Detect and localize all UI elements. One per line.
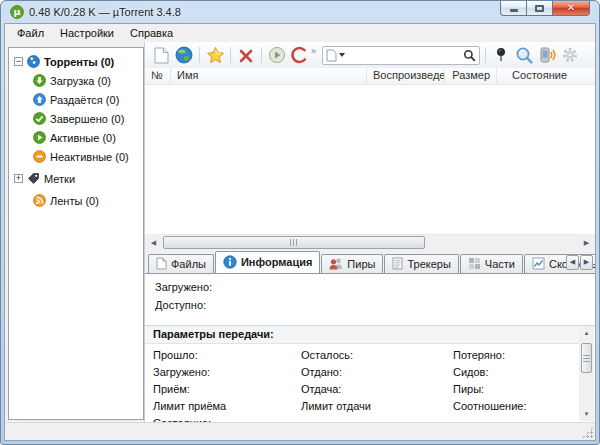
stop-button[interactable] — [290, 45, 310, 65]
sidebar-item-completed[interactable]: Завершено (0) — [11, 109, 141, 128]
tab-scroll-left-button[interactable]: ◀ — [566, 255, 579, 270]
sidebar-item-seeding[interactable]: Раздаётся (0) — [11, 90, 141, 109]
add-torrent-button[interactable] — [151, 45, 171, 65]
seeding-icon — [33, 93, 46, 106]
down-speed-label: Приём: — [153, 383, 301, 400]
remote-device-button[interactable] — [537, 45, 557, 65]
toolbar-separator — [485, 47, 486, 63]
toolbar-separator — [261, 47, 262, 63]
sidebar-item-feeds[interactable]: Ленты (0) — [11, 191, 141, 210]
transfer-section-title: Параметры передачи: — [145, 326, 579, 344]
search-scope-icon[interactable] — [326, 49, 337, 62]
tab-label: Части — [485, 258, 515, 270]
column-played[interactable]: Воспроизведе... — [367, 68, 445, 84]
toolbar: » — [145, 42, 595, 68]
menu-file[interactable]: Файл — [9, 25, 52, 41]
search-input[interactable] — [345, 48, 463, 63]
tab-label: Информация — [241, 256, 312, 268]
tab-peers[interactable]: Пиры — [321, 254, 383, 273]
sidebar-item-active[interactable]: Активные (0) — [11, 128, 141, 147]
scroll-right-icon: ▶ — [584, 239, 589, 247]
tab-info[interactable]: Информация — [215, 251, 320, 273]
close-icon: ✕ — [567, 3, 575, 13]
torrent-list[interactable] — [145, 85, 595, 234]
add-url-button[interactable] — [174, 45, 194, 65]
sidebar: − Торренты (0) Загрузка (0 — [5, 42, 144, 422]
wasted-label: Потеряно: — [453, 349, 579, 366]
menu-settings[interactable]: Настройки — [52, 25, 122, 41]
category-tree: − Торренты (0) Загрузка (0 — [8, 47, 144, 420]
scroll-up-icon: ▲ — [584, 330, 590, 336]
scroll-up-button[interactable]: ▲ — [579, 326, 594, 341]
remove-button[interactable] — [236, 45, 256, 65]
tab-scroll-right-button[interactable]: ▶ — [580, 255, 593, 270]
pushpin-button[interactable] — [491, 45, 511, 65]
downloaded-label: Загружено: — [155, 281, 585, 299]
pushpin-icon — [495, 47, 507, 63]
tab-scroll-buttons: ◀ ▶ — [566, 255, 593, 270]
sidebar-item-downloading[interactable]: Загрузка (0) — [11, 71, 141, 90]
scroll-left-icon: ◀ — [151, 239, 156, 247]
column-name[interactable]: Имя — [171, 68, 367, 84]
trackers-icon — [392, 257, 403, 270]
tab-trackers[interactable]: Трекеры — [384, 254, 458, 273]
menu-help[interactable]: Справка — [122, 25, 181, 41]
settings-gear-button[interactable] — [560, 45, 580, 65]
remaining-label: Осталось: — [301, 349, 453, 366]
info-pane: Загружено: Доступно: Параметры передачи:… — [145, 273, 595, 423]
torrent-list-header: № Имя Воспроизведе... Размер Состояние — [145, 68, 595, 85]
available-label: Доступно: — [155, 299, 585, 317]
star-button[interactable] — [205, 45, 225, 65]
add-url-icon — [175, 46, 193, 64]
find-content-icon — [515, 46, 534, 65]
sidebar-item-labels[interactable]: + Метки — [11, 169, 141, 188]
collapse-expander-icon[interactable]: − — [14, 57, 23, 66]
find-content-button[interactable] — [514, 45, 534, 65]
search-box[interactable] — [322, 46, 480, 65]
sidebar-item-inactive[interactable]: Неактивные (0) — [11, 147, 141, 166]
downloaded-label: Загружено: — [153, 366, 301, 383]
peers-label: Пиры: — [453, 383, 579, 400]
resize-grip[interactable] — [582, 427, 593, 438]
inactive-icon — [33, 150, 46, 163]
title-bar[interactable]: µ 0.48 K/0.28 K — µTorrent 3.4.8 ✕ — [1, 1, 599, 23]
tab-scroll-left-icon: ◀ — [570, 258, 575, 266]
v-scrollbar-thumb[interactable] — [581, 343, 592, 373]
files-icon — [156, 257, 167, 270]
scroll-down-button[interactable]: ▼ — [579, 406, 594, 421]
column-status[interactable]: Состояние — [497, 68, 595, 84]
toolbar-overflow-icon[interactable]: » — [311, 46, 316, 56]
window-title: 0.48 K/0.28 K — µTorrent 3.4.8 — [29, 6, 181, 18]
app-window: µ 0.48 K/0.28 K — µTorrent 3.4.8 ✕ Файл … — [0, 0, 600, 445]
search-icon[interactable] — [463, 49, 476, 62]
svg-text:µ: µ — [14, 6, 21, 17]
sidebar-item-label: Активные (0) — [50, 132, 116, 144]
column-number[interactable]: № — [145, 68, 171, 84]
start-button[interactable] — [267, 45, 287, 65]
sidebar-item-torrents[interactable]: − Торренты (0) — [11, 52, 141, 71]
v-scrollbar[interactable]: ▲ ▼ — [579, 326, 594, 422]
down-limit-label: Лимит приёма — [153, 400, 301, 417]
column-size[interactable]: Размер — [445, 68, 497, 84]
scrollbar-grip-icon — [290, 239, 299, 246]
scroll-left-button[interactable]: ◀ — [145, 234, 162, 251]
close-button[interactable]: ✕ — [552, 1, 590, 16]
labels-tag-icon — [27, 172, 40, 185]
peers-icon — [329, 257, 343, 270]
window-controls: ✕ — [500, 1, 590, 16]
sidebar-item-label: Торренты (0) — [44, 56, 114, 68]
tab-pieces[interactable]: Части — [460, 254, 523, 273]
scrollbar-grip-icon — [583, 353, 590, 362]
maximize-button[interactable] — [526, 1, 552, 16]
tab-files[interactable]: Файлы — [148, 254, 214, 273]
h-scrollbar-thumb[interactable] — [163, 236, 425, 249]
expand-expander-icon[interactable]: + — [14, 174, 23, 183]
settings-gear-icon — [561, 46, 579, 64]
h-scrollbar[interactable]: ◀ ▶ — [145, 234, 595, 251]
scroll-right-button[interactable]: ▶ — [578, 234, 595, 251]
sidebar-item-label: Ленты (0) — [50, 195, 99, 207]
minimize-button[interactable] — [500, 1, 526, 16]
tab-label: Трекеры — [407, 258, 450, 270]
menu-bar: Файл Настройки Справка — [5, 24, 595, 42]
minimize-icon — [510, 9, 518, 12]
